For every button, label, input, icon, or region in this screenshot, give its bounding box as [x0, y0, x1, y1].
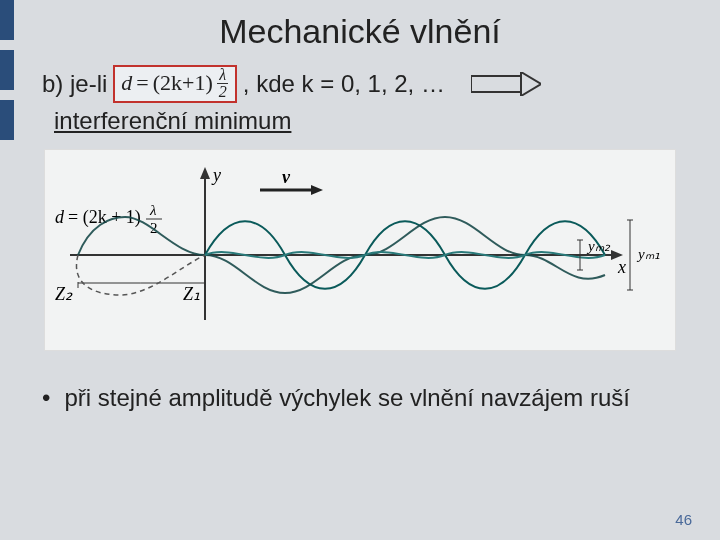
ym1-marker: yₘ₁: [627, 220, 660, 290]
svg-text:yₘ₁: yₘ₁: [636, 246, 660, 262]
frac-top: λ: [217, 67, 228, 84]
formula-fraction: λ 2: [217, 67, 229, 100]
bullet-dot: •: [42, 383, 50, 413]
svg-marker-1: [521, 72, 541, 96]
condition-suffix: , kde k = 0, 1, 2, …: [243, 70, 445, 98]
page-title: Mechanické vlnění: [0, 0, 720, 65]
velocity-label: v: [282, 167, 291, 187]
side-decor: [0, 0, 14, 150]
svg-text:λ: λ: [149, 202, 157, 218]
svg-text:d: d: [55, 207, 65, 227]
axis-y-label: y: [211, 165, 221, 185]
svg-marker-3: [200, 167, 210, 179]
svg-rect-0: [471, 76, 521, 92]
z2-label: Z₂: [55, 284, 73, 304]
svg-marker-7: [311, 185, 323, 195]
formula-factor: (2k+1): [153, 70, 213, 96]
d-formula: d = (2k + 1) λ 2: [55, 202, 162, 236]
formula-lhs: d: [121, 70, 132, 96]
side-mark: [0, 0, 14, 40]
formula-box: d = (2k+1) λ 2: [113, 65, 236, 103]
bullet-item: • při stejné amplitudě výchylek se vlněn…: [0, 383, 720, 413]
axis-x-label: x: [617, 257, 626, 277]
side-mark: [0, 50, 14, 90]
formula-eq: =: [136, 70, 148, 96]
condition-line: b) je-li d = (2k+1) λ 2 , kde k = 0, 1, …: [42, 65, 678, 103]
result-label: interferenční minimum: [54, 107, 678, 135]
frac-bot: 2: [217, 84, 229, 100]
side-mark: [0, 100, 14, 140]
arrow-icon: [471, 72, 541, 96]
svg-text:yₘ₂: yₘ₂: [586, 238, 611, 254]
z1-label: Z₁: [183, 284, 200, 304]
wave-diagram: y x v d = (2k + 1) λ 2 Z₂ Z₁: [44, 149, 676, 351]
page-number: 46: [675, 511, 692, 528]
condition-prefix: b) je-li: [42, 70, 107, 98]
bullet-text: při stejné amplitudě výchylek se vlnění …: [64, 383, 630, 413]
